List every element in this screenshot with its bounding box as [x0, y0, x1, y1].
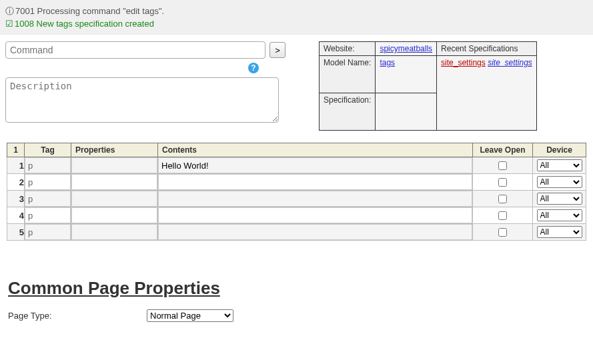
- leave-open-checkbox[interactable]: [498, 211, 507, 220]
- tag-input[interactable]: [25, 207, 71, 223]
- table-row: 5All: [7, 224, 586, 241]
- model-name-label: Model Name:: [320, 56, 376, 93]
- properties-input[interactable]: [71, 224, 157, 240]
- check-icon: [5, 19, 13, 29]
- contents-input[interactable]: [158, 157, 472, 173]
- device-select[interactable]: All: [537, 193, 582, 205]
- contents-input[interactable]: [158, 207, 472, 223]
- device-select[interactable]: All: [537, 176, 582, 188]
- row-number: 2: [7, 174, 25, 191]
- leave-open-checkbox[interactable]: [498, 178, 507, 187]
- status-success-line: 1008 New tags specification created: [5, 19, 588, 29]
- recent-spec-link-a[interactable]: site_settings: [441, 58, 486, 67]
- properties-input[interactable]: [71, 191, 157, 207]
- row-number: 3: [7, 191, 25, 207]
- website-label: Website:: [320, 42, 376, 56]
- command-input[interactable]: [5, 41, 265, 59]
- website-link[interactable]: spicymeatballs: [380, 44, 432, 53]
- leave-open-checkbox[interactable]: [498, 195, 507, 203]
- tag-input[interactable]: [25, 157, 71, 173]
- model-name-link[interactable]: tags: [380, 58, 395, 67]
- tag-input[interactable]: [25, 224, 71, 240]
- col-header-contents: Contents: [158, 143, 473, 157]
- col-header-leave-open: Leave Open: [473, 143, 533, 157]
- table-row: 4All: [7, 207, 586, 224]
- recent-spec-link-b[interactable]: site_settings: [488, 58, 532, 67]
- common-page-properties-heading: Common Page Properties: [8, 278, 593, 299]
- device-select[interactable]: All: [537, 226, 582, 238]
- table-row: 1All: [7, 157, 586, 174]
- help-icon[interactable]: ?: [248, 63, 259, 73]
- leave-open-checkbox[interactable]: [498, 228, 507, 237]
- device-select[interactable]: All: [537, 209, 582, 221]
- page-type-label: Page Type:: [8, 311, 141, 321]
- recent-spec-label: Recent Specifications: [437, 42, 537, 56]
- description-input[interactable]: [5, 77, 279, 123]
- contents-input[interactable]: [158, 191, 472, 207]
- col-header-tag: Tag: [25, 143, 71, 157]
- properties-input[interactable]: [71, 207, 157, 223]
- properties-input[interactable]: [71, 174, 157, 190]
- row-number: 5: [7, 224, 25, 241]
- col-header-properties: Properties: [71, 143, 158, 157]
- status-info-text: Processing command "edit tags".: [37, 6, 165, 16]
- table-row: 2All: [7, 174, 586, 191]
- leave-open-checkbox[interactable]: [498, 161, 507, 170]
- go-button[interactable]: >: [269, 42, 285, 58]
- status-info-code: 7001: [15, 6, 35, 16]
- status-info-line: ⓘ7001 Processing command "edit tags".: [5, 5, 588, 17]
- col-header-num: 1: [7, 143, 25, 157]
- status-bar: ⓘ7001 Processing command "edit tags". 10…: [0, 0, 593, 35]
- specification-value: [376, 93, 437, 131]
- tag-input[interactable]: [25, 174, 71, 190]
- tag-input[interactable]: [25, 191, 71, 207]
- status-success-text: New tags specification created: [37, 19, 154, 29]
- info-icon: ⓘ: [5, 6, 14, 16]
- specification-label: Specification:: [320, 93, 376, 131]
- page-type-select[interactable]: Normal Page: [147, 309, 233, 322]
- status-success-code: 1008: [15, 19, 34, 29]
- table-row: 3All: [7, 191, 586, 207]
- row-number: 1: [7, 157, 25, 174]
- properties-input[interactable]: [71, 157, 157, 173]
- contents-input[interactable]: [158, 224, 472, 240]
- col-header-device: Device: [533, 143, 586, 157]
- device-select[interactable]: All: [537, 159, 582, 171]
- info-table: Website: spicymeatballs Recent Specifica…: [319, 41, 537, 131]
- row-number: 4: [7, 207, 25, 224]
- contents-input[interactable]: [158, 174, 472, 190]
- tags-grid: 1 Tag Properties Contents Leave Open Dev…: [7, 143, 586, 241]
